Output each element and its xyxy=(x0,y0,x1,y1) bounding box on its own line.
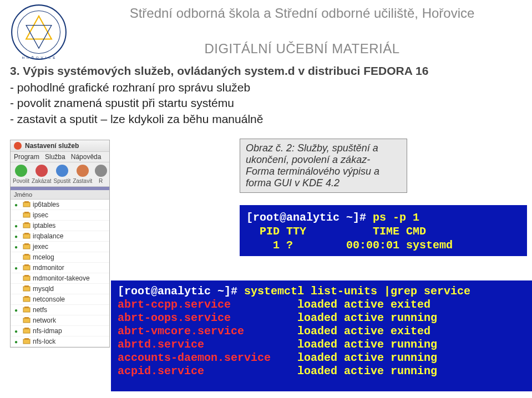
service-name: nfs-idmap xyxy=(33,327,62,335)
service-icon xyxy=(23,201,31,208)
list-item[interactable]: netfs xyxy=(11,305,109,315)
service-icon xyxy=(23,253,31,261)
svg-rect-27 xyxy=(23,318,30,323)
list-item[interactable]: ip6tables xyxy=(11,200,109,210)
section-heading: 3. Výpis systémových služeb, ovládaných … xyxy=(10,64,428,78)
service-name: ipsec xyxy=(33,211,48,219)
enabled-dot-icon xyxy=(13,296,19,303)
app-icon xyxy=(14,142,22,150)
service-icon xyxy=(23,211,31,219)
terminal-systemctl-output: [root@analytic ~]# systemctl list-units … xyxy=(111,280,532,391)
svg-rect-11 xyxy=(23,234,30,238)
window-titlebar: Nastavení služeb xyxy=(11,140,109,152)
service-name: mcelog xyxy=(33,253,54,261)
svg-rect-23 xyxy=(23,297,30,302)
service-icon xyxy=(23,274,31,282)
figure-caption: Obraz č. 2: Služby, spuštění a ukončení,… xyxy=(240,139,407,193)
enabled-dot-icon xyxy=(13,233,19,239)
service-icon xyxy=(23,285,31,293)
window-title: Nastavení služeb xyxy=(25,142,79,150)
svg-rect-29 xyxy=(23,329,30,333)
svg-rect-10 xyxy=(24,222,29,224)
toolbar: Povolit Zakázat Spustit Zastavit R xyxy=(11,162,109,187)
service-name: mysqld xyxy=(33,285,54,293)
svg-rect-7 xyxy=(23,213,30,217)
school-name: Střední odborná škola a Střední odborné … xyxy=(83,6,521,21)
service-name: mdmonitor-takeove xyxy=(33,274,90,282)
list-item[interactable]: mdmonitor-takeove xyxy=(11,273,109,284)
restart-button[interactable]: R xyxy=(94,165,107,184)
school-logo: H O Ř O V I C E xyxy=(9,2,69,62)
list-item[interactable]: irqbalance xyxy=(11,231,109,242)
terminal-ps-output: [root@analytic ~]# ps -p 1 PID TTY TIME … xyxy=(240,205,527,256)
term-output-line: PID TTY TIME CMD xyxy=(246,225,426,238)
body-text: - pohodlné grafické rozhraní pro správu … xyxy=(10,80,263,127)
service-name: iptables xyxy=(33,222,55,229)
list-item[interactable]: mcelog xyxy=(11,252,109,263)
list-item[interactable]: mdmonitor xyxy=(11,263,109,273)
service-list[interactable]: ip6tablesipseciptablesirqbalancejexecmce… xyxy=(11,200,109,347)
column-header-name: Jméno xyxy=(11,190,109,200)
svg-point-0 xyxy=(12,5,66,59)
enabled-dot-icon xyxy=(13,201,19,208)
svg-rect-16 xyxy=(24,254,29,256)
service-name: netfs xyxy=(33,306,47,314)
menubar: Program Služba Nápověda xyxy=(11,152,109,162)
service-name: network xyxy=(33,317,56,324)
service-name: ip6tables xyxy=(33,201,59,208)
enabled-dot-icon xyxy=(13,317,19,324)
menu-help[interactable]: Nápověda xyxy=(71,153,102,161)
svg-point-1 xyxy=(18,11,60,54)
list-item[interactable]: ipsec xyxy=(11,210,109,221)
svg-rect-31 xyxy=(23,339,30,344)
list-item[interactable]: mysqld xyxy=(11,284,109,294)
svg-rect-15 xyxy=(23,255,30,259)
service-name: nfs-lock xyxy=(33,338,55,345)
disable-button[interactable]: Zakázat xyxy=(32,165,52,184)
enabled-dot-icon xyxy=(13,254,19,261)
enabled-dot-icon xyxy=(13,307,19,313)
list-item[interactable]: nfs-lock xyxy=(11,336,109,347)
list-item[interactable]: nfs-idmap xyxy=(11,326,109,336)
service-icon xyxy=(23,264,31,272)
svg-rect-5 xyxy=(23,202,30,207)
svg-rect-26 xyxy=(24,307,29,308)
enabled-dot-icon xyxy=(13,212,19,218)
svg-rect-8 xyxy=(24,212,29,213)
enabled-dot-icon xyxy=(13,328,19,334)
stop-button[interactable]: Zastavit xyxy=(73,165,92,184)
svg-rect-18 xyxy=(24,264,29,266)
svg-rect-17 xyxy=(23,266,30,270)
svg-rect-12 xyxy=(24,233,29,234)
svg-rect-28 xyxy=(24,317,29,319)
service-icon xyxy=(23,338,31,345)
doc-subtitle: DIGITÁLNÍ UČEBNÍ MATERIÁL xyxy=(83,41,521,57)
enabled-dot-icon xyxy=(13,243,19,250)
service-icon xyxy=(23,317,31,324)
service-icon xyxy=(23,232,31,240)
list-item[interactable]: jexec xyxy=(11,242,109,252)
enabled-dot-icon xyxy=(13,264,19,271)
start-button[interactable]: Spustit xyxy=(54,165,71,184)
enabled-dot-icon xyxy=(13,222,19,229)
svg-rect-21 xyxy=(23,287,30,291)
service-icon xyxy=(23,243,31,251)
svg-rect-19 xyxy=(23,276,30,280)
menu-service[interactable]: Služba xyxy=(45,153,65,161)
enable-button[interactable]: Povolit xyxy=(13,165,29,184)
svg-rect-9 xyxy=(23,223,30,228)
svg-marker-2 xyxy=(26,16,52,39)
service-settings-window: Nastavení služeb Program Služba Nápověda… xyxy=(10,140,110,348)
caption-label: Obraz č. 2: xyxy=(246,142,295,154)
svg-rect-14 xyxy=(24,243,29,245)
service-icon xyxy=(23,295,31,303)
bullet-line: - povolit znamená spustit při startu sys… xyxy=(10,95,263,111)
list-item[interactable]: network xyxy=(11,315,109,326)
svg-rect-20 xyxy=(24,275,29,277)
service-icon xyxy=(23,327,31,335)
list-item[interactable]: netconsole xyxy=(11,294,109,305)
list-item[interactable]: iptables xyxy=(11,221,109,231)
svg-rect-13 xyxy=(23,244,30,249)
enabled-dot-icon xyxy=(13,338,19,345)
menu-program[interactable]: Program xyxy=(14,153,39,161)
